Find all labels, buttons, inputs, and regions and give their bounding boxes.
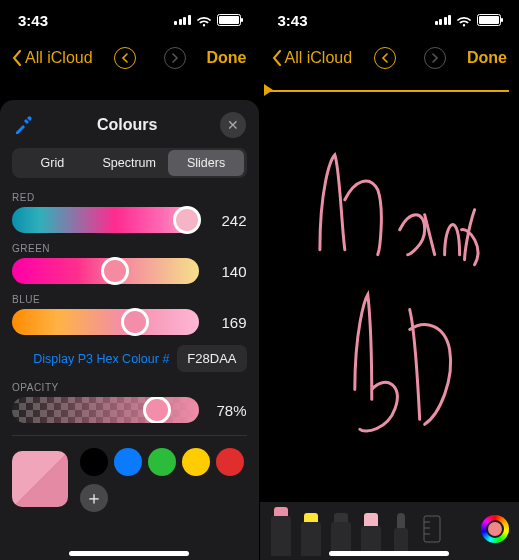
status-time: 3:43 — [18, 12, 48, 29]
status-bar: 3:43 — [260, 0, 520, 40]
green-slider-group: GREEN 140 — [12, 243, 247, 284]
preset-green[interactable] — [148, 448, 176, 476]
wifi-icon — [196, 14, 212, 26]
current-colour-swatch[interactable] — [12, 451, 68, 507]
colour-picker-button[interactable] — [481, 515, 509, 543]
status-bar: 3:43 — [0, 0, 259, 40]
add-preset-button[interactable]: ＋ — [80, 484, 108, 512]
mode-segmented-control[interactable]: Grid Spectrum Sliders — [12, 148, 247, 178]
preset-black[interactable] — [80, 448, 108, 476]
blue-thumb[interactable] — [121, 308, 149, 336]
redo-button — [164, 47, 186, 69]
opacity-slider-group: OPACITY 78% — [12, 382, 247, 423]
highlighter-tool[interactable] — [300, 513, 322, 556]
close-button[interactable]: ✕ — [220, 112, 246, 138]
opacity-label: OPACITY — [12, 382, 247, 393]
home-indicator[interactable] — [329, 551, 449, 556]
back-label: All iCloud — [25, 49, 93, 67]
handwriting-stroke — [260, 80, 519, 499]
red-slider-group: RED 242 — [12, 192, 247, 233]
undo-button[interactable] — [374, 47, 396, 69]
opacity-value: 78% — [209, 402, 247, 419]
eyedropper-button[interactable] — [12, 114, 34, 136]
pen-tool[interactable] — [270, 507, 292, 556]
eraser-tool[interactable] — [360, 513, 382, 556]
opacity-slider[interactable] — [12, 397, 199, 423]
cellular-icon — [174, 15, 191, 25]
back-label: All iCloud — [285, 49, 353, 67]
navigation-bar: All iCloud Done — [0, 40, 259, 75]
panel-title: Colours — [97, 116, 157, 134]
red-slider[interactable] — [12, 207, 199, 233]
battery-icon — [477, 14, 501, 26]
undo-redo-group — [114, 47, 186, 69]
preset-yellow[interactable] — [182, 448, 210, 476]
red-value: 242 — [209, 212, 247, 229]
screenshot-right: 3:43 All iCloud Done — [260, 0, 520, 560]
hex-label[interactable]: Display P3 Hex Colour # — [33, 352, 169, 366]
undo-redo-group — [374, 47, 446, 69]
opacity-thumb[interactable] — [143, 397, 171, 423]
drawing-canvas[interactable] — [260, 80, 520, 500]
tab-grid[interactable]: Grid — [14, 150, 91, 176]
blue-slider[interactable] — [12, 309, 199, 335]
home-indicator[interactable] — [69, 551, 189, 556]
blue-value: 169 — [209, 314, 247, 331]
hex-row: Display P3 Hex Colour # F28DAA — [12, 345, 247, 372]
pencil-tool[interactable] — [330, 513, 352, 556]
back-button[interactable]: All iCloud — [12, 49, 93, 67]
svg-rect-0 — [424, 516, 440, 542]
close-icon: ✕ — [227, 117, 239, 133]
cellular-icon — [435, 15, 452, 25]
preset-blue[interactable] — [114, 448, 142, 476]
battery-icon — [217, 14, 241, 26]
redo-button — [424, 47, 446, 69]
preset-red[interactable] — [216, 448, 244, 476]
red-thumb[interactable] — [173, 206, 201, 234]
undo-button[interactable] — [114, 47, 136, 69]
green-slider[interactable] — [12, 258, 199, 284]
preset-swatches: ＋ — [76, 448, 247, 510]
blue-label: BLUE — [12, 294, 247, 305]
chevron-left-icon — [272, 50, 282, 66]
hex-value-field[interactable]: F28DAA — [177, 345, 246, 372]
back-button[interactable]: All iCloud — [272, 49, 353, 67]
green-label: GREEN — [12, 243, 247, 254]
status-icons — [435, 14, 502, 26]
tab-spectrum[interactable]: Spectrum — [91, 150, 168, 176]
status-icons — [174, 14, 241, 26]
lasso-tool[interactable] — [390, 513, 412, 556]
chevron-left-icon — [12, 50, 22, 66]
blue-slider-group: BLUE 169 — [12, 294, 247, 335]
tab-sliders[interactable]: Sliders — [168, 150, 245, 176]
colour-panel: Colours ✕ Grid Spectrum Sliders RED 242 … — [0, 100, 259, 560]
done-button[interactable]: Done — [207, 49, 247, 67]
red-label: RED — [12, 192, 247, 203]
navigation-bar: All iCloud Done — [260, 40, 520, 75]
screenshot-left: 3:43 All iCloud Done Co — [0, 0, 260, 560]
done-button[interactable]: Done — [467, 49, 507, 67]
swatch-row: ＋ — [12, 435, 247, 510]
ruler-tool[interactable] — [420, 514, 444, 544]
status-time: 3:43 — [278, 12, 308, 29]
green-value: 140 — [209, 263, 247, 280]
wifi-icon — [456, 14, 472, 26]
green-thumb[interactable] — [101, 257, 129, 285]
